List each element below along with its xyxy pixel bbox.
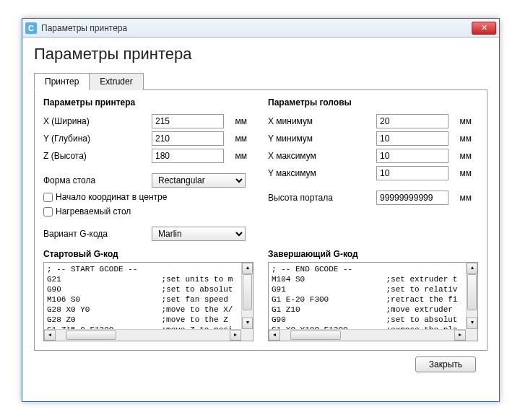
scroll-right-icon[interactable]: ▸ bbox=[230, 330, 241, 341]
x-max-label: X максимум bbox=[268, 151, 376, 161]
window-title: Параметры принтера bbox=[41, 23, 472, 33]
unit-mm: мм bbox=[224, 116, 247, 126]
bed-shape-select[interactable]: Rectangular bbox=[152, 173, 246, 188]
scroll-right-icon[interactable]: ▸ bbox=[454, 330, 466, 341]
scroll-thumb[interactable] bbox=[467, 274, 477, 310]
y-min-label: Y минимум bbox=[268, 134, 376, 144]
scrollbar-vertical[interactable]: ▴▾ bbox=[466, 263, 477, 329]
scroll-up-icon[interactable]: ▴ bbox=[242, 263, 253, 274]
z-height-label: Z (Высота) bbox=[43, 151, 152, 161]
start-gcode-text[interactable]: ; -- START GCODE -- G21 ;set units to m … bbox=[44, 263, 241, 329]
head-params-head: Параметры головы bbox=[268, 97, 478, 108]
scroll-thumb[interactable] bbox=[66, 331, 116, 340]
origin-center-checkbox[interactable] bbox=[43, 193, 53, 202]
unit-mm: мм bbox=[448, 151, 472, 161]
y-depth-label: Y (Глубина) bbox=[43, 134, 152, 144]
scrollbar-horizontal[interactable]: ◂▸ bbox=[44, 329, 241, 341]
scroll-thumb[interactable] bbox=[243, 274, 252, 310]
right-col: Параметры головы X минимуммм Y минимуммм… bbox=[268, 97, 478, 243]
unit-mm: мм bbox=[224, 134, 247, 144]
scroll-left-icon[interactable]: ◂ bbox=[269, 330, 280, 341]
gantry-height-label: Высота портала bbox=[268, 193, 376, 203]
scroll-corner bbox=[241, 329, 253, 341]
scroll-corner bbox=[466, 329, 477, 341]
left-col: Параметры принтера X (Ширина)мм Y (Глуби… bbox=[43, 97, 254, 243]
window: C Параметры принтера ✕ Параметры принтер… bbox=[22, 18, 500, 402]
start-gcode-head: Стартовый G-код bbox=[43, 249, 254, 259]
titlebar: C Параметры принтера ✕ bbox=[22, 19, 499, 38]
gcode-flavor-label: Вариант G-кода bbox=[43, 229, 152, 239]
y-depth-input[interactable] bbox=[152, 131, 224, 146]
tab-extruder[interactable]: Extruder bbox=[90, 73, 143, 90]
y-max-input[interactable] bbox=[376, 166, 448, 180]
end-gcode-text[interactable]: ; -- END GCODE -- M104 S0 ;set extruder … bbox=[269, 263, 466, 329]
close-button[interactable]: Закрыть bbox=[415, 356, 476, 372]
scrollbar-vertical[interactable]: ▴▾ bbox=[241, 263, 253, 329]
x-max-input[interactable] bbox=[376, 149, 448, 163]
tab-printer[interactable]: Принтер bbox=[34, 73, 90, 90]
end-gcode-head: Завершающий G-код bbox=[268, 249, 478, 259]
bed-shape-label: Форма стола bbox=[43, 175, 152, 185]
x-width-input[interactable] bbox=[152, 114, 224, 128]
scroll-down-icon[interactable]: ▾ bbox=[242, 318, 253, 329]
x-width-label: X (Ширина) bbox=[43, 116, 152, 126]
heated-bed-checkbox[interactable] bbox=[43, 207, 53, 216]
y-min-input[interactable] bbox=[376, 131, 448, 146]
unit-mm: мм bbox=[224, 151, 247, 161]
content: Параметры принтера Принтер Extruder Пара… bbox=[22, 38, 499, 380]
origin-center-label: Начало координат в центре bbox=[56, 192, 167, 202]
tab-panel: Параметры принтера X (Ширина)мм Y (Глуби… bbox=[34, 90, 488, 351]
unit-mm: мм bbox=[448, 134, 472, 144]
scroll-up-icon[interactable]: ▴ bbox=[467, 263, 477, 274]
heated-bed-label: Нагреваемый стол bbox=[56, 206, 131, 216]
scroll-left-icon[interactable]: ◂ bbox=[44, 330, 56, 341]
page-title: Параметры принтера bbox=[34, 45, 488, 64]
start-gcode-box: ; -- START GCODE -- G21 ;set units to m … bbox=[43, 262, 254, 341]
scrollbar-horizontal[interactable]: ◂▸ bbox=[269, 329, 466, 341]
z-height-input[interactable] bbox=[152, 149, 224, 163]
close-icon[interactable]: ✕ bbox=[472, 22, 496, 35]
footer: Закрыть bbox=[34, 351, 488, 372]
scroll-thumb[interactable] bbox=[290, 331, 341, 340]
x-min-label: X минимум bbox=[268, 116, 376, 126]
end-gcode-box: ; -- END GCODE -- M104 S0 ;set extruder … bbox=[268, 262, 478, 341]
app-icon: C bbox=[25, 22, 37, 34]
y-max-label: Y максимум bbox=[268, 168, 376, 178]
gcode-flavor-select[interactable]: Marlin bbox=[152, 227, 246, 241]
tabs: Принтер Extruder bbox=[34, 72, 488, 90]
gantry-height-input[interactable] bbox=[376, 191, 448, 205]
x-min-input[interactable] bbox=[376, 114, 448, 128]
unit-mm: мм bbox=[448, 193, 472, 203]
scroll-down-icon[interactable]: ▾ bbox=[467, 318, 477, 329]
unit-mm: мм bbox=[448, 116, 472, 126]
unit-mm: мм bbox=[448, 168, 472, 178]
printer-params-head: Параметры принтера bbox=[43, 97, 254, 108]
